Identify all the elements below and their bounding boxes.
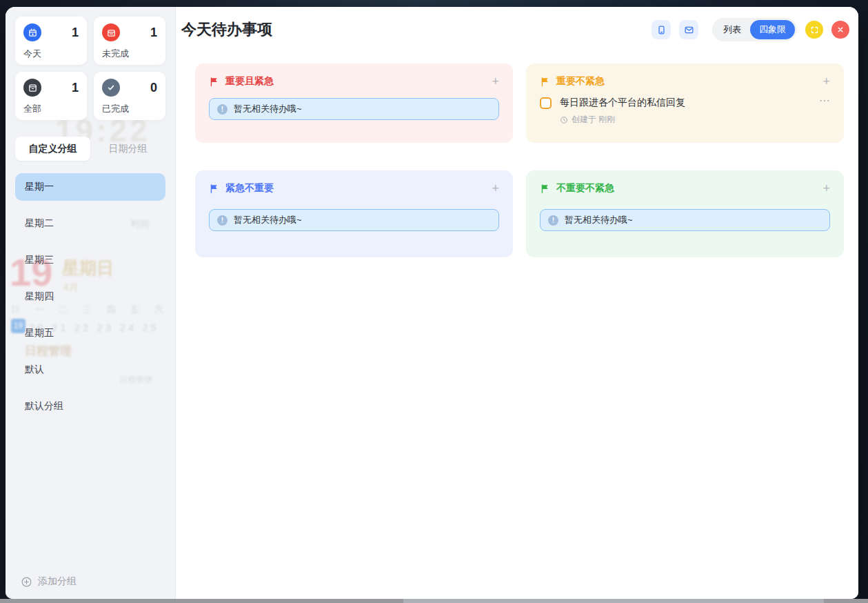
tab-custom-groups[interactable]: 自定义分组	[15, 137, 90, 161]
add-task-button[interactable]: +	[822, 184, 830, 193]
group-item-default-group[interactable]: 默认分组	[15, 393, 165, 420]
page-title: 今天待办事项	[181, 19, 272, 40]
view-option-quadrant[interactable]: 四象限	[750, 20, 795, 39]
info-icon: !	[217, 215, 228, 226]
info-icon: !	[548, 215, 558, 226]
quadrant-title: 重要且紧急	[225, 75, 274, 88]
task-text: 每日跟进各个平台的私信回复	[560, 97, 685, 109]
main-header: 今天待办事项 列表 四象限	[176, 7, 858, 41]
quadrant-grid: 重要且紧急 + ! 暂无相关待办哦~ 重要不紧急 +	[195, 63, 844, 257]
check-circle-icon	[102, 79, 120, 97]
stat-cards: 1 今天 1 未完成 1	[6, 7, 175, 120]
group-tabs: 自定义分组 日期分组	[15, 137, 165, 161]
stat-count-all: 1	[72, 81, 79, 95]
view-option-list[interactable]: 列表	[714, 20, 750, 39]
empty-state: ! 暂无相关待办哦~	[209, 209, 499, 231]
tab-date-groups[interactable]: 日期分组	[90, 137, 165, 161]
plus-circle-icon	[21, 576, 32, 588]
taskbar-edge	[0, 599, 868, 603]
quadrant-title: 不重要不紧急	[556, 182, 614, 195]
task-menu-button[interactable]	[819, 98, 830, 103]
group-item-default[interactable]: 默认	[15, 356, 165, 384]
calendar-today-icon	[23, 23, 41, 41]
stat-label-all: 全部	[23, 103, 79, 115]
view-toggle: 列表 四象限	[712, 18, 797, 41]
task-row[interactable]: 每日跟进各个平台的私信回复	[540, 97, 830, 109]
quadrant-title: 紧急不重要	[225, 182, 274, 195]
header-actions: 列表 四象限	[652, 18, 849, 41]
task-created-at: 创建于 刚刚	[572, 114, 615, 126]
clock-icon	[560, 116, 568, 124]
add-group-button[interactable]: 添加分组	[21, 575, 77, 588]
empty-text: 暂无相关待办哦~	[234, 103, 302, 115]
smartphone-icon	[656, 25, 667, 35]
close-button[interactable]	[831, 21, 849, 39]
mobile-button[interactable]	[652, 20, 671, 39]
group-item-thursday[interactable]: 星期四	[15, 283, 165, 310]
quadrant-title: 重要不紧急	[556, 75, 605, 88]
sidebar: 19:22 时间 19 星期日 4月 日 一 二 三 四 五 六 20 21 2…	[6, 7, 176, 599]
message-button[interactable]	[679, 20, 698, 39]
stat-card-all[interactable]: 1 全部	[15, 72, 87, 120]
envelope-icon	[684, 25, 694, 35]
group-item-monday[interactable]: 星期一	[15, 173, 165, 201]
fullscreen-button[interactable]	[805, 21, 823, 39]
empty-text: 暂无相关待办哦~	[565, 214, 633, 226]
empty-text: 暂无相关待办哦~	[234, 214, 302, 226]
stat-count-today: 1	[72, 26, 79, 40]
quadrant-important-not-urgent: 重要不紧急 + 每日跟进各个平台的私信回复 创建于	[526, 63, 844, 143]
group-item-wednesday[interactable]: 星期三	[15, 246, 165, 274]
flag-icon	[540, 77, 550, 87]
stat-label-today: 今天	[23, 48, 79, 60]
todo-app-window: 19:22 时间 19 星期日 4月 日 一 二 三 四 五 六 20 21 2…	[6, 7, 858, 599]
stat-label-undone: 未完成	[102, 48, 157, 60]
ellipsis-icon	[819, 98, 830, 103]
stat-card-undone[interactable]: 1 未完成	[94, 17, 165, 65]
task-checkbox[interactable]	[540, 97, 552, 109]
add-task-button[interactable]: +	[492, 77, 499, 86]
info-icon: !	[217, 104, 228, 115]
task-meta: 创建于 刚刚	[560, 114, 830, 126]
quadrant-not-important-not-urgent: 不重要不紧急 + ! 暂无相关待办哦~	[526, 170, 844, 257]
flag-icon	[209, 184, 219, 194]
group-item-friday[interactable]: 星期五	[15, 319, 165, 347]
add-task-button[interactable]: +	[822, 77, 830, 86]
archive-box-icon	[23, 79, 41, 97]
empty-state: ! 暂无相关待办哦~	[540, 209, 830, 231]
group-item-tuesday[interactable]: 星期二	[15, 210, 165, 237]
stat-count-done: 0	[150, 81, 157, 95]
main-content: 今天待办事项 列表 四象限	[176, 7, 858, 599]
stat-label-done: 已完成	[102, 103, 157, 115]
quadrant-important-urgent: 重要且紧急 + ! 暂无相关待办哦~	[195, 63, 513, 143]
corner-brackets-icon	[810, 26, 819, 34]
add-group-label: 添加分组	[38, 575, 77, 588]
stat-card-done[interactable]: 0 已完成	[94, 72, 165, 120]
close-icon	[836, 26, 845, 34]
add-task-button[interactable]: +	[492, 184, 499, 193]
flag-icon	[540, 184, 550, 194]
stat-card-today[interactable]: 1 今天	[15, 17, 87, 65]
quadrant-urgent-not-important: 紧急不重要 + ! 暂无相关待办哦~	[195, 170, 513, 257]
group-list: 星期一 星期二 星期三 星期四 星期五 默认 默认分组	[15, 173, 165, 420]
flag-icon	[209, 77, 219, 87]
calendar-undone-icon	[102, 23, 120, 41]
empty-state: ! 暂无相关待办哦~	[209, 98, 499, 120]
stat-count-undone: 1	[150, 26, 157, 40]
